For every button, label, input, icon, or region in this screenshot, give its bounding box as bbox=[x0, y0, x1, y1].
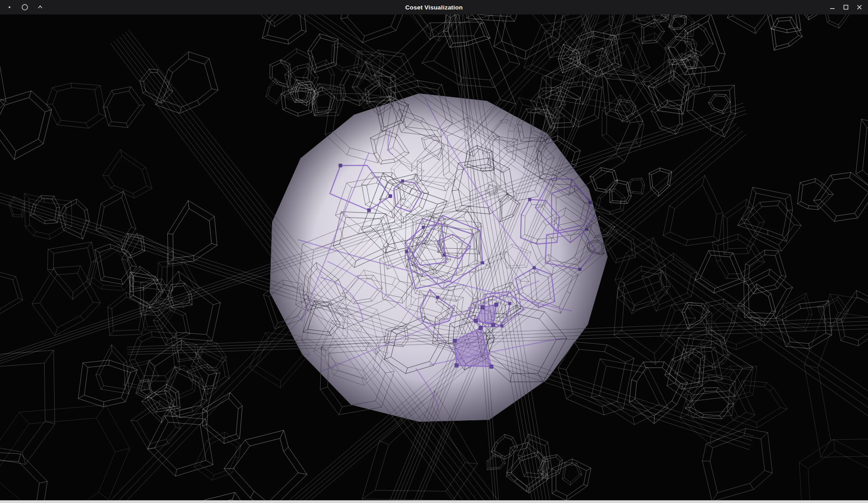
minimize-button[interactable] bbox=[828, 3, 836, 11]
window-bottom-edge bbox=[0, 500, 868, 503]
titlebar-window-controls bbox=[828, 3, 868, 11]
titlebar-left-controls bbox=[0, 3, 44, 11]
app-window: Coset Visualization bbox=[0, 0, 868, 503]
viewport bbox=[0, 14, 868, 500]
window-titlebar[interactable]: Coset Visualization bbox=[0, 0, 868, 14]
chevron-up-icon[interactable] bbox=[36, 3, 44, 11]
window-title: Coset Visualization bbox=[0, 4, 868, 11]
maximize-button[interactable] bbox=[842, 3, 850, 11]
app-menu-dot-icon[interactable] bbox=[5, 3, 14, 11]
visualization-canvas[interactable] bbox=[0, 14, 868, 500]
close-button[interactable] bbox=[855, 3, 863, 11]
circle-icon[interactable] bbox=[21, 3, 29, 11]
